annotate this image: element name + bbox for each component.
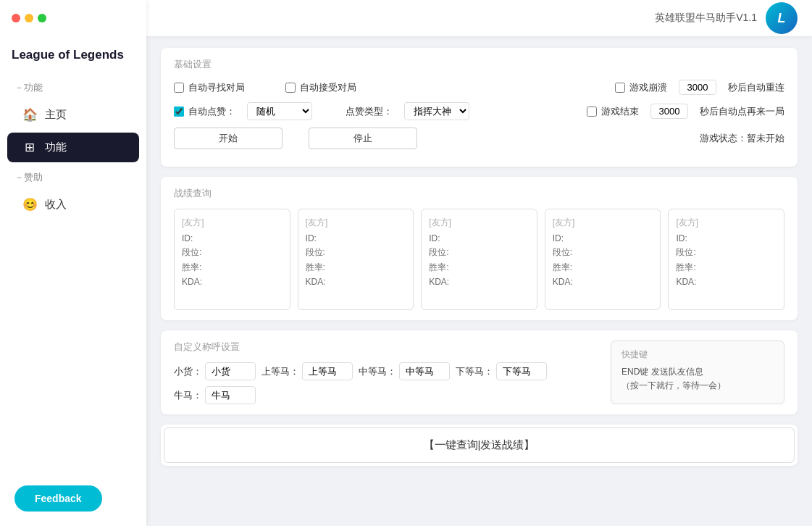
start-button[interactable]: 开始 (174, 128, 282, 149)
kda-field-3: KDA: (553, 277, 653, 287)
kda-field-1: KDA: (306, 277, 406, 287)
main-header: 英雄联盟牛马助手V1.1 L (146, 0, 812, 36)
stop-button[interactable]: 停止 (309, 128, 417, 149)
sidebar: League of Legends －功能 🏠 主页 ⊞ 功能 －赞助 😊 收入… (0, 0, 146, 526)
maximize-button[interactable] (38, 14, 46, 22)
winrate-field-3: 胜率: (553, 262, 653, 274)
id-field-3: ID: (553, 233, 653, 243)
winrate-field-4: 胜率: (676, 262, 777, 274)
section-support-label: －赞助 (0, 164, 146, 188)
nickname-label-2: 中等马： (359, 365, 396, 378)
basic-settings-row1: 自动寻找对局 自动接受对局 游戏崩溃 秒后自动重连 (174, 80, 784, 95)
nickname-input-0[interactable] (205, 362, 256, 380)
auto-like-label[interactable]: 自动点赞： (174, 105, 235, 118)
battle-cards-container: [友方] ID: 段位: 胜率: KDA: [友方] ID: 段位: 胜率: K… (174, 209, 784, 310)
id-field-1: ID: (306, 233, 406, 243)
team-label-1: [友方] (306, 217, 406, 229)
id-field-2: ID: (429, 233, 530, 243)
rank-field-0: 段位: (182, 246, 282, 259)
kda-field-2: KDA: (429, 277, 530, 287)
auto-find-match-checkbox[interactable] (174, 83, 184, 93)
shortcut-title: 快捷键 (621, 348, 774, 361)
kda-field-4: KDA: (676, 277, 777, 287)
minimize-button[interactable] (25, 14, 33, 22)
basic-settings-card: 基础设置 自动寻找对局 自动接受对局 游戏崩溃 秒后自动重连 (161, 48, 798, 167)
logo-letter: L (778, 11, 786, 26)
nickname-field-1: 上等马： (261, 362, 353, 380)
winrate-field-1: 胜率: (306, 262, 406, 274)
battle-card-3: [友方] ID: 段位: 胜率: KDA: (545, 209, 661, 310)
auto-accept-checkbox[interactable] (285, 83, 296, 93)
winrate-field-0: 胜率: (182, 262, 282, 274)
traffic-lights (12, 14, 46, 22)
home-icon: 🏠 (22, 107, 38, 122)
game-crash-label[interactable]: 游戏崩溃 (615, 81, 667, 94)
income-icon: 😊 (22, 197, 38, 212)
app-title: League of Legends (0, 48, 146, 74)
section-function-label: －功能 (0, 74, 146, 99)
content-area: 基础设置 自动寻找对局 自动接受对局 游戏崩溃 秒后自动重连 (146, 36, 812, 526)
nickname-card: 自定义称呼设置 小货： 上等马： 中等马： (161, 330, 798, 414)
team-label-0: [友方] (182, 217, 282, 229)
nickname-input-3[interactable] (496, 362, 547, 380)
auto-accept-label[interactable]: 自动接受对局 (285, 81, 356, 94)
sidebar-item-home[interactable]: 🏠 主页 (7, 100, 139, 130)
nickname-label-1: 上等马： (261, 365, 299, 378)
battle-query-title: 战绩查询 (174, 187, 784, 200)
nickname-input-4[interactable] (205, 386, 256, 404)
id-field-0: ID: (182, 233, 282, 243)
feedback-button[interactable]: Feedback (14, 485, 102, 512)
shortcut-line1: END键 发送队友信息 (621, 365, 774, 379)
game-end-input[interactable] (650, 104, 688, 119)
shortcut-line2: （按一下就行，等待一会） (621, 379, 774, 393)
main-area: 英雄联盟牛马助手V1.1 L 基础设置 自动寻找对局 自动接受对局 (146, 0, 812, 526)
nickname-field-3: 下等马： (456, 362, 547, 380)
game-crash-checkbox[interactable] (615, 83, 625, 93)
game-end-label[interactable]: 游戏结束 (587, 105, 639, 118)
game-crash-input[interactable] (679, 80, 716, 95)
nickname-label-3: 下等马： (456, 365, 493, 378)
game-status: 游戏状态：暂未开始 (700, 132, 784, 145)
auto-like-select[interactable]: 随机 指挥大神 MVP 最佳队友 (247, 102, 312, 120)
auto-like-checkbox[interactable] (174, 107, 184, 117)
battle-card-1: [友方] ID: 段位: 胜率: KDA: (298, 209, 414, 310)
game-end-suffix: 秒后自动点再来一局 (700, 105, 784, 118)
nickname-input-2[interactable] (399, 362, 450, 380)
sidebar-item-income-label: 收入 (45, 198, 67, 212)
game-end-checkbox[interactable] (587, 107, 597, 117)
like-type-select[interactable]: 指挥大神 随机 MVP 最佳队友 (404, 102, 469, 120)
grid-icon: ⊞ (22, 140, 38, 155)
basic-settings-title: 基础设置 (174, 58, 784, 71)
nickname-fields-row: 小货： 上等马： 中等马： 下等马： (174, 362, 600, 404)
app-logo: L (766, 2, 798, 34)
team-label-4: [友方] (676, 217, 777, 229)
game-crash-suffix: 秒后自动重连 (728, 81, 784, 94)
battle-card-4: [友方] ID: 段位: 胜率: KDA: (668, 209, 784, 310)
query-button[interactable]: 【一键查询|发送战绩】 (164, 427, 795, 463)
basic-settings-row2: 自动点赞： 随机 指挥大神 MVP 最佳队友 点赞类型： 指挥大神 随机 MVP… (174, 102, 784, 120)
rank-field-2: 段位: (429, 246, 530, 259)
battle-card-2: [友方] ID: 段位: 胜率: KDA: (421, 209, 537, 310)
basic-settings-row3: 开始 停止 游戏状态：暂未开始 (174, 128, 784, 149)
nickname-label-0: 小货： (174, 365, 202, 378)
rank-field-3: 段位: (553, 246, 653, 259)
rank-field-1: 段位: (306, 246, 406, 259)
nickname-input-1[interactable] (302, 362, 353, 380)
sidebar-item-income[interactable]: 😊 收入 (7, 190, 139, 220)
nickname-label-4: 牛马： (174, 389, 202, 402)
rank-field-4: 段位: (676, 246, 777, 259)
team-label-3: [友方] (553, 217, 653, 229)
shortcut-section: 快捷键 END键 发送队友信息 （按一下就行，等待一会） (611, 341, 784, 404)
sidebar-item-function[interactable]: ⊞ 功能 (7, 133, 139, 162)
nickname-field-2: 中等马： (359, 362, 450, 380)
query-button-card: 【一键查询|发送战绩】 (161, 425, 798, 466)
close-button[interactable] (12, 14, 20, 22)
nickname-title: 自定义称呼设置 (174, 341, 600, 354)
auto-find-match-label[interactable]: 自动寻找对局 (174, 81, 245, 94)
like-type-label: 点赞类型： (346, 105, 393, 118)
sidebar-item-function-label: 功能 (45, 141, 67, 154)
sidebar-item-home-label: 主页 (45, 108, 67, 122)
kda-field-0: KDA: (182, 277, 282, 287)
battle-query-card: 战绩查询 [友方] ID: 段位: 胜率: KDA: [友方] ID: 段位: … (161, 177, 798, 320)
nickname-section: 自定义称呼设置 小货： 上等马： 中等马： (174, 341, 600, 404)
